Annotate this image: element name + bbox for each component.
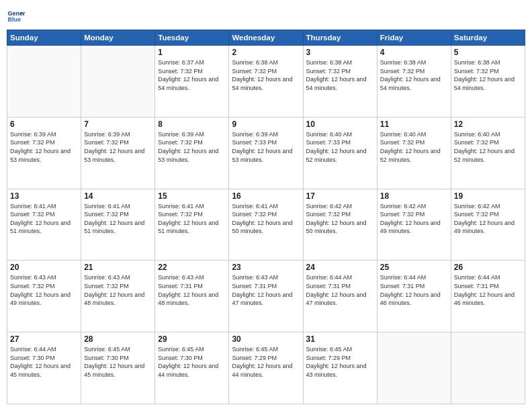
calendar-cell (7, 46, 81, 118)
day-info: Sunrise: 6:38 AMSunset: 7:32 PMDaylight:… (454, 58, 522, 92)
calendar-cell: 2Sunrise: 6:38 AMSunset: 7:32 PMDaylight… (229, 46, 303, 118)
calendar-cell: 14Sunrise: 6:41 AMSunset: 7:32 PMDayligh… (81, 189, 155, 261)
svg-text:General: General (7, 10, 26, 17)
day-number: 11 (380, 120, 448, 129)
calendar-cell: 11Sunrise: 6:40 AMSunset: 7:32 PMDayligh… (377, 117, 451, 189)
day-number: 1 (158, 48, 226, 57)
day-number: 25 (380, 263, 448, 272)
day-number: 2 (232, 48, 300, 57)
day-info: Sunrise: 6:45 AMSunset: 7:29 PMDaylight:… (306, 345, 374, 379)
day-number: 14 (84, 191, 152, 201)
calendar-cell: 24Sunrise: 6:44 AMSunset: 7:31 PMDayligh… (303, 261, 377, 332)
calendar-cell: 21Sunrise: 6:43 AMSunset: 7:32 PMDayligh… (81, 261, 155, 332)
day-number: 29 (158, 334, 226, 344)
calendar-cell: 26Sunrise: 6:44 AMSunset: 7:31 PMDayligh… (451, 261, 525, 332)
calendar-cell: 1Sunrise: 6:37 AMSunset: 7:32 PMDaylight… (155, 46, 229, 118)
calendar-cell: 30Sunrise: 6:45 AMSunset: 7:29 PMDayligh… (229, 332, 303, 404)
day-info: Sunrise: 6:44 AMSunset: 7:31 PMDaylight:… (454, 273, 522, 307)
col-header-wednesday: Wednesday (229, 30, 303, 46)
calendar-cell: 8Sunrise: 6:39 AMSunset: 7:32 PMDaylight… (155, 117, 229, 189)
day-number: 15 (158, 191, 226, 201)
col-header-sunday: Sunday (7, 30, 81, 46)
day-number: 9 (232, 120, 300, 129)
calendar-cell (451, 332, 525, 404)
calendar-cell: 17Sunrise: 6:42 AMSunset: 7:32 PMDayligh… (303, 189, 377, 261)
day-info: Sunrise: 6:45 AMSunset: 7:30 PMDaylight:… (158, 345, 226, 379)
day-info: Sunrise: 6:41 AMSunset: 7:32 PMDaylight:… (158, 202, 226, 236)
calendar-cell: 6Sunrise: 6:39 AMSunset: 7:32 PMDaylight… (7, 117, 81, 189)
day-number: 4 (380, 48, 448, 57)
day-info: Sunrise: 6:44 AMSunset: 7:31 PMDaylight:… (306, 273, 374, 307)
day-info: Sunrise: 6:39 AMSunset: 7:32 PMDaylight:… (10, 130, 78, 164)
calendar-cell: 27Sunrise: 6:44 AMSunset: 7:30 PMDayligh… (7, 332, 81, 404)
day-number: 26 (454, 263, 522, 272)
calendar-cell: 20Sunrise: 6:43 AMSunset: 7:32 PMDayligh… (7, 261, 81, 332)
day-info: Sunrise: 6:37 AMSunset: 7:32 PMDaylight:… (158, 58, 226, 92)
col-header-friday: Friday (377, 30, 451, 46)
day-number: 22 (158, 263, 226, 272)
day-info: Sunrise: 6:39 AMSunset: 7:32 PMDaylight:… (158, 130, 226, 164)
day-number: 17 (306, 191, 374, 201)
calendar-cell: 13Sunrise: 6:41 AMSunset: 7:32 PMDayligh… (7, 189, 81, 261)
calendar-cell: 22Sunrise: 6:43 AMSunset: 7:31 PMDayligh… (155, 261, 229, 332)
day-info: Sunrise: 6:45 AMSunset: 7:29 PMDaylight:… (232, 345, 300, 379)
calendar-week-row: 1Sunrise: 6:37 AMSunset: 7:32 PMDaylight… (7, 46, 525, 118)
page: General Blue SundayMondayTuesdayWednesda… (0, 0, 532, 411)
day-number: 5 (454, 48, 522, 57)
col-header-saturday: Saturday (451, 30, 525, 46)
svg-text:Blue: Blue (7, 16, 21, 23)
day-number: 24 (306, 263, 374, 272)
day-info: Sunrise: 6:38 AMSunset: 7:32 PMDaylight:… (380, 58, 448, 92)
header: General Blue (7, 7, 525, 26)
day-number: 20 (10, 263, 78, 272)
day-info: Sunrise: 6:42 AMSunset: 7:32 PMDaylight:… (380, 202, 448, 236)
calendar-week-row: 13Sunrise: 6:41 AMSunset: 7:32 PMDayligh… (7, 189, 525, 261)
day-number: 30 (232, 334, 300, 344)
day-info: Sunrise: 6:44 AMSunset: 7:31 PMDaylight:… (380, 273, 448, 307)
col-header-thursday: Thursday (303, 30, 377, 46)
day-info: Sunrise: 6:43 AMSunset: 7:32 PMDaylight:… (84, 273, 152, 307)
day-number: 3 (306, 48, 374, 57)
calendar-cell: 28Sunrise: 6:45 AMSunset: 7:30 PMDayligh… (81, 332, 155, 404)
day-number: 8 (158, 120, 226, 129)
col-header-monday: Monday (81, 30, 155, 46)
day-info: Sunrise: 6:43 AMSunset: 7:31 PMDaylight:… (158, 273, 226, 307)
calendar-week-row: 6Sunrise: 6:39 AMSunset: 7:32 PMDaylight… (7, 117, 525, 189)
day-number: 10 (306, 120, 374, 129)
calendar-cell: 3Sunrise: 6:38 AMSunset: 7:32 PMDaylight… (303, 46, 377, 118)
day-number: 28 (84, 334, 152, 344)
calendar-cell: 12Sunrise: 6:40 AMSunset: 7:32 PMDayligh… (451, 117, 525, 189)
calendar-table: SundayMondayTuesdayWednesdayThursdayFrid… (7, 30, 525, 404)
day-info: Sunrise: 6:41 AMSunset: 7:32 PMDaylight:… (232, 202, 300, 236)
day-info: Sunrise: 6:41 AMSunset: 7:32 PMDaylight:… (10, 202, 78, 236)
logo: General Blue (7, 7, 26, 26)
day-number: 13 (10, 191, 78, 201)
calendar-cell: 18Sunrise: 6:42 AMSunset: 7:32 PMDayligh… (377, 189, 451, 261)
day-info: Sunrise: 6:40 AMSunset: 7:32 PMDaylight:… (454, 130, 522, 164)
day-number: 6 (10, 120, 78, 129)
day-number: 18 (380, 191, 448, 201)
day-info: Sunrise: 6:44 AMSunset: 7:30 PMDaylight:… (10, 345, 78, 379)
day-info: Sunrise: 6:39 AMSunset: 7:33 PMDaylight:… (232, 130, 300, 164)
calendar-cell: 7Sunrise: 6:39 AMSunset: 7:32 PMDaylight… (81, 117, 155, 189)
day-number: 16 (232, 191, 300, 201)
day-info: Sunrise: 6:45 AMSunset: 7:30 PMDaylight:… (84, 345, 152, 379)
calendar-cell: 15Sunrise: 6:41 AMSunset: 7:32 PMDayligh… (155, 189, 229, 261)
col-header-tuesday: Tuesday (155, 30, 229, 46)
calendar-cell: 5Sunrise: 6:38 AMSunset: 7:32 PMDaylight… (451, 46, 525, 118)
calendar-cell: 31Sunrise: 6:45 AMSunset: 7:29 PMDayligh… (303, 332, 377, 404)
day-number: 31 (306, 334, 374, 344)
calendar-cell: 29Sunrise: 6:45 AMSunset: 7:30 PMDayligh… (155, 332, 229, 404)
day-number: 7 (84, 120, 152, 129)
calendar-week-row: 20Sunrise: 6:43 AMSunset: 7:32 PMDayligh… (7, 261, 525, 332)
day-number: 23 (232, 263, 300, 272)
calendar-cell (81, 46, 155, 118)
day-info: Sunrise: 6:38 AMSunset: 7:32 PMDaylight:… (232, 58, 300, 92)
day-info: Sunrise: 6:42 AMSunset: 7:32 PMDaylight:… (454, 202, 522, 236)
day-number: 12 (454, 120, 522, 129)
calendar-cell: 25Sunrise: 6:44 AMSunset: 7:31 PMDayligh… (377, 261, 451, 332)
day-info: Sunrise: 6:42 AMSunset: 7:32 PMDaylight:… (306, 202, 374, 236)
calendar-cell: 9Sunrise: 6:39 AMSunset: 7:33 PMDaylight… (229, 117, 303, 189)
day-number: 27 (10, 334, 78, 344)
calendar-cell: 4Sunrise: 6:38 AMSunset: 7:32 PMDaylight… (377, 46, 451, 118)
